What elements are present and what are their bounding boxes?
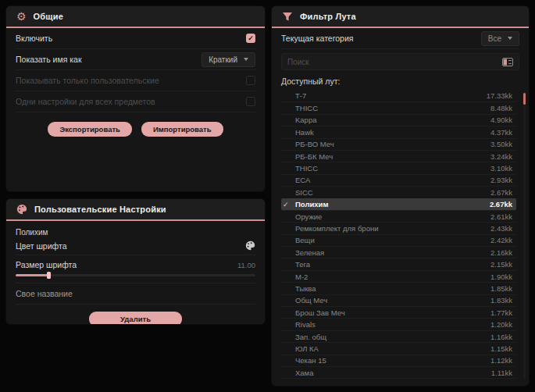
loot-row[interactable]: Kappa4.90kk xyxy=(281,114,516,126)
loot-item-name: Общ Меч xyxy=(295,296,490,305)
category-dropdown[interactable]: Все xyxy=(481,31,519,46)
loot-item-name: Брош Зав Меч xyxy=(295,308,490,317)
category-label: Текущая категория xyxy=(281,34,354,43)
loot-row[interactable]: THICC8.48kk xyxy=(281,102,516,113)
loot-item-value: 3.50kk xyxy=(490,140,512,148)
loot-row[interactable]: Hawk4.37kk xyxy=(281,126,516,137)
user-settings-panel-title: Пользовательские Настройки xyxy=(34,205,166,214)
loot-row[interactable]: РБ-БК Меч3.24kk xyxy=(281,150,516,162)
loot-item-name: Т-7 xyxy=(295,91,487,100)
search-input[interactable] xyxy=(287,54,498,69)
loot-row[interactable]: SICC2.67kk xyxy=(281,186,516,198)
loot-row[interactable]: Чекан 151.12kk xyxy=(281,355,516,366)
loot-row[interactable]: Зеленая2.16kk xyxy=(281,246,516,258)
loot-row[interactable]: Хама1.11kk xyxy=(281,366,516,378)
loot-row[interactable]: Оружие2.61kk xyxy=(281,210,516,222)
loot-row[interactable]: ✓Полихим2.67kk xyxy=(281,198,516,210)
search-bar xyxy=(281,53,519,70)
user-settings-panel-header: Пользовательские Настройки xyxy=(6,199,265,221)
loot-row[interactable]: Вещи2.42kk xyxy=(281,234,516,246)
loot-row[interactable]: РБ-ПКПМ Меч1.10kk xyxy=(281,378,516,381)
general-panel: ⚙ Общие Включить Показать имя как Кратки… xyxy=(6,6,265,191)
loot-row[interactable]: Зап. общ1.16kk xyxy=(281,330,516,342)
loot-item-name: РБ-ВО Меч xyxy=(295,140,490,148)
loot-item-value: 1.20kk xyxy=(490,320,512,329)
loot-item-name: SICC xyxy=(295,188,490,197)
loot-filter-panel: Фильтр Лута Текущая категория Все Доступ… xyxy=(272,6,529,386)
loot-item-value: 1.90kk xyxy=(490,273,512,281)
same-settings-checkbox[interactable] xyxy=(246,97,255,106)
loot-row[interactable]: Тыква1.85kk xyxy=(281,282,516,294)
loot-row[interactable]: Т-717.33kk xyxy=(281,90,516,102)
gear-icon: ⚙ xyxy=(16,11,27,22)
loot-item-name: Rivals xyxy=(295,320,490,329)
chevron-down-icon xyxy=(508,37,512,40)
loot-row[interactable]: THICC3.10kk xyxy=(281,162,516,173)
custom-name-input[interactable] xyxy=(16,283,255,304)
loot-item-value: 1.11kk xyxy=(491,369,512,377)
category-row: Текущая категория Все xyxy=(281,28,519,49)
custom-name-row xyxy=(16,283,255,305)
loot-item-name: Полихим xyxy=(295,200,490,208)
same-settings-row: Одни настройки для всех предметов xyxy=(16,91,255,112)
loot-item-name: THICC xyxy=(295,164,490,173)
font-size-value: 11.00 xyxy=(237,261,255,269)
loot-item-value: 1.16kk xyxy=(490,333,512,341)
export-button[interactable]: Экспортировать xyxy=(48,122,131,137)
general-panel-title: Общие xyxy=(34,12,64,21)
import-button[interactable]: Импортировать xyxy=(141,122,223,137)
loot-item-value: 1.10kk xyxy=(490,380,512,381)
loot-item-value: 2.61kk xyxy=(490,212,512,221)
font-size-slider-handle[interactable] xyxy=(47,272,51,279)
loot-item-name: Хама xyxy=(295,369,491,377)
loot-item-value: 1.77kk xyxy=(490,308,512,317)
font-size-slider[interactable] xyxy=(16,274,255,276)
color-picker-icon[interactable] xyxy=(245,241,255,251)
right-column: Фильтр Лута Текущая категория Все Доступ… xyxy=(272,6,529,386)
loot-row[interactable]: Rivals1.20kk xyxy=(281,318,516,330)
loot-item-value: 3.10kk xyxy=(490,164,512,173)
enable-checkbox[interactable] xyxy=(246,34,255,43)
loot-item-value: 2.42kk xyxy=(490,236,512,244)
loot-item-value: 1.83kk xyxy=(490,296,512,305)
delete-button[interactable]: Удалить xyxy=(89,312,182,324)
loot-item-value: 2.15kk xyxy=(490,260,512,269)
enable-label: Включить xyxy=(16,34,52,43)
loot-item-name: ЕСА xyxy=(295,176,490,184)
loot-item-value: 8.48kk xyxy=(490,104,512,112)
loot-row[interactable]: ЕСА2.93kk xyxy=(281,174,516,186)
loot-list-scrollbar[interactable] xyxy=(523,91,526,380)
loot-list-scroll-thumb[interactable] xyxy=(523,93,526,105)
loot-row[interactable]: Брош Зав Меч1.77kk xyxy=(281,306,516,318)
loot-row[interactable]: Ремкомплект для брони2.43kk xyxy=(281,222,516,233)
loot-item-value: 1.15kk xyxy=(490,344,512,353)
category-dropdown-value: Все xyxy=(488,34,501,43)
loot-item-value: 17.33kk xyxy=(487,91,512,100)
user-settings-panel: Пользовательские Настройки Полихим Цвет … xyxy=(6,199,265,324)
loot-row[interactable]: Тега2.15kk xyxy=(281,258,516,269)
show-name-dropdown[interactable]: Краткий xyxy=(202,52,255,67)
loot-row[interactable]: РБ-ВО Меч3.50kk xyxy=(281,138,516,150)
export-import-row: Экспортировать Импортировать xyxy=(6,112,265,137)
loot-item-value: 4.37kk xyxy=(490,128,512,137)
delete-row: Удалить xyxy=(6,305,265,324)
only-custom-label: Показывать только пользовательские xyxy=(16,76,159,85)
loot-row[interactable]: М-21.90kk xyxy=(281,270,516,282)
loot-item-name: РБ-ПКПМ Меч xyxy=(295,380,490,381)
loot-item-name: Зап. общ xyxy=(295,333,490,341)
left-column: ⚙ Общие Включить Показать имя как Кратки… xyxy=(6,6,265,386)
loot-item-value: 2.67kk xyxy=(490,200,512,208)
view-settings-icon[interactable] xyxy=(502,58,513,66)
loot-item-name: THICC xyxy=(295,104,490,112)
loot-item-name: Hawk xyxy=(295,128,490,137)
selected-item-label: Полихим xyxy=(16,228,255,237)
loot-item-value: 3.24kk xyxy=(490,152,512,161)
loot-row[interactable]: ЮЛ КА1.15kk xyxy=(281,342,516,354)
loot-item-name: М-2 xyxy=(295,273,490,281)
loot-item-name: Kappa xyxy=(295,116,490,124)
only-custom-checkbox[interactable] xyxy=(246,76,255,85)
font-size-label: Размер шрифта xyxy=(16,260,77,269)
loot-item-name: ЮЛ КА xyxy=(295,344,490,353)
show-name-label: Показать имя как xyxy=(16,55,82,64)
loot-row[interactable]: Общ Меч1.83kk xyxy=(281,294,516,306)
